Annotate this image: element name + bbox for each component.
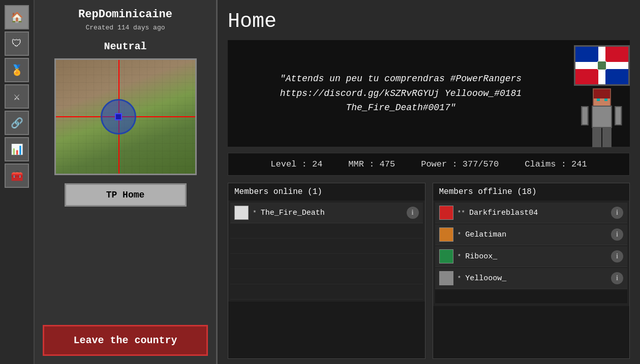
empty-row — [230, 285, 423, 300]
member-avatar — [439, 227, 453, 242]
banner-text-section: "Attends un peu tu comprendras #PowerRan… — [228, 40, 574, 147]
member-rank: * — [458, 275, 462, 282]
members-online-list: * The_Fire_Death i — [228, 201, 425, 302]
empty-row — [230, 240, 423, 254]
member-row: * Yellooow_ i — [435, 268, 628, 289]
sidebar-icon-shield[interactable]: 🛡 — [5, 31, 29, 56]
member-rank: * — [458, 231, 462, 239]
sidebar-icons: 🏠 🛡 🏅 ⚔ 🔗 📊 🧰 — [0, 0, 35, 364]
mc-body — [592, 106, 612, 128]
mc-hair — [594, 89, 610, 98]
member-avatar — [439, 249, 453, 263]
member-name: Yellooow_ — [465, 274, 607, 283]
member-name: Gelatiman — [465, 230, 607, 239]
sidebar-icon-sword[interactable]: ⚔ — [5, 84, 29, 109]
sidebar-icon-chest[interactable]: 🧰 — [5, 163, 29, 188]
stat-level: Level : 24 — [270, 159, 322, 169]
empty-row — [230, 270, 423, 284]
member-name: The_Fire_Death — [261, 209, 403, 217]
sidebar-icon-link[interactable]: 🔗 — [5, 111, 29, 135]
member-row: ** Darkfireblast04 i — [435, 203, 628, 223]
mc-character — [584, 88, 620, 144]
members-offline-panel: Members offline (18) ** Darkfireblast04 … — [433, 183, 630, 359]
member-row: * Riboox_ i — [435, 246, 628, 267]
page-title: Home — [228, 10, 630, 33]
member-info-button[interactable]: i — [611, 207, 623, 219]
stat-power: Power : 377/570 — [421, 159, 499, 169]
sidebar-icon-badge[interactable]: 🏅 — [5, 58, 29, 82]
mc-leg-right — [602, 127, 612, 147]
banner-area: "Attends un peu tu comprendras #PowerRan… — [228, 40, 630, 147]
member-info-button[interactable]: i — [407, 207, 419, 219]
members-offline-list: ** Darkfireblast04 i * Gelatiman i * Rib… — [433, 201, 630, 306]
member-info-button[interactable]: i — [611, 250, 623, 262]
status-label: Neutral — [104, 41, 146, 52]
map-player-marker — [115, 113, 122, 120]
member-avatar — [439, 206, 453, 220]
member-avatar — [439, 271, 453, 285]
members-online-header: Members online (1) — [228, 183, 425, 201]
banner-right — [574, 40, 630, 147]
stat-claims: Claims : 241 — [525, 159, 587, 169]
country-name: RepDominicaine — [78, 8, 172, 21]
sidebar-icon-chart[interactable]: 📊 — [5, 137, 29, 161]
mc-eye-left — [597, 98, 600, 101]
sidebar-icon-home[interactable]: 🏠 — [5, 5, 29, 29]
map-container — [54, 58, 197, 175]
country-flag — [574, 45, 630, 86]
member-rank: * — [458, 253, 462, 260]
member-row: * The_Fire_Death i — [230, 203, 423, 223]
member-info-button[interactable]: i — [611, 272, 623, 284]
members-online-panel: Members online (1) * The_Fire_Death i — [228, 183, 425, 359]
player-sprite — [579, 86, 625, 147]
tp-home-button[interactable]: TP Home — [65, 183, 187, 207]
empty-row — [435, 290, 628, 304]
empty-row — [230, 255, 423, 269]
member-name: Darkfireblast04 — [469, 209, 607, 217]
member-rank: * — [253, 209, 257, 217]
member-avatar — [234, 206, 249, 220]
member-row: * Gelatiman i — [435, 224, 628, 245]
mc-leg-left — [592, 127, 601, 147]
member-name: Riboox_ — [465, 252, 607, 261]
leave-country-button[interactable]: Leave the country — [43, 325, 208, 356]
empty-row — [230, 224, 423, 239]
main-content: Home "Attends un peu tu comprendras #Pow… — [218, 0, 640, 364]
members-offline-header: Members offline (18) — [433, 183, 630, 201]
mc-eye-right — [604, 98, 607, 101]
mc-head — [593, 88, 611, 107]
member-rank: ** — [458, 209, 466, 217]
member-info-button[interactable]: i — [611, 228, 623, 241]
members-section: Members online (1) * The_Fire_Death i Me… — [228, 183, 630, 359]
country-created: Created 114 days ago — [85, 24, 165, 31]
stats-bar: Level : 24 MMR : 475 Power : 377/570 Cla… — [228, 153, 630, 176]
mc-arm-right — [615, 106, 622, 125]
mc-arm-left — [581, 106, 588, 125]
banner-text: "Attends un peu tu comprendras #PowerRan… — [238, 72, 564, 115]
left-panel: RepDominicaine Created 114 days ago Neut… — [35, 0, 218, 364]
stat-mmr: MMR : 475 — [348, 159, 395, 169]
